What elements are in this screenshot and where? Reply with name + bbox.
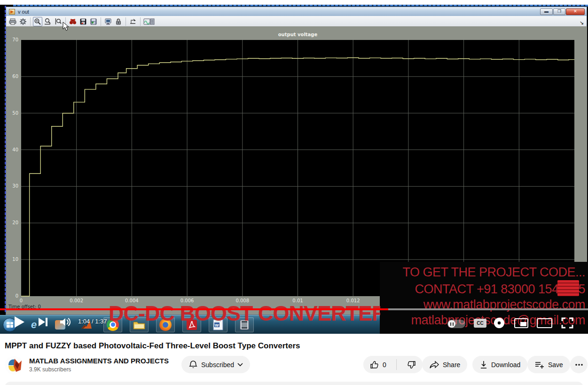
minimize-button[interactable]: ▬ <box>540 8 553 15</box>
download-icon <box>479 360 488 369</box>
video-player[interactable]: v out ▬ ❐ ✕ <box>0 5 588 334</box>
settings-gear-icon[interactable] <box>494 317 505 329</box>
zoom-x-axis-icon[interactable] <box>43 17 53 26</box>
x-axis-tick-label: 0 <box>10 298 32 303</box>
print-icon[interactable] <box>8 17 17 26</box>
scope-app-icon <box>9 9 15 15</box>
share-icon <box>429 360 439 369</box>
x-axis-tick-label: 0.002 <box>66 298 87 303</box>
channel-subscribers: 3.9K subscribers <box>29 366 71 373</box>
signal-selection-icon[interactable] <box>128 17 138 26</box>
scope-data-history-icon[interactable] <box>143 17 155 26</box>
scope-toolbar <box>6 16 587 27</box>
next-button[interactable] <box>38 317 49 327</box>
restore-axes-settings-icon[interactable] <box>89 17 98 26</box>
y-axis-tick-label: 30 <box>4 183 18 189</box>
zoom-icon[interactable] <box>33 17 42 26</box>
y-axis-tick-label: 60 <box>4 74 18 79</box>
window-title: v out <box>18 9 29 15</box>
save-playlist-icon <box>534 361 545 369</box>
video-title: MPPT and FUZZY based Photovoltaic-Fed Th… <box>5 341 522 351</box>
like-button[interactable]: 0 <box>363 356 393 373</box>
bell-icon <box>188 360 198 369</box>
restore-button[interactable]: ❐ <box>553 8 565 15</box>
y-axis-tick-label: 40 <box>4 147 18 152</box>
seek-progress <box>0 308 388 310</box>
dislike-button[interactable] <box>400 356 423 373</box>
watermark-line-1: TO GET THE PROJECT CODE... <box>380 265 585 280</box>
close-button[interactable]: ✕ <box>566 8 585 15</box>
output-voltage-trace <box>21 40 574 296</box>
y-axis-tick-label: 70 <box>4 37 18 42</box>
lock-axes-icon[interactable] <box>114 17 123 26</box>
channel-row: MATLAB ASSIGNMENTS AND PROJECTS 3.9K sub… <box>5 355 588 375</box>
subscribed-button[interactable]: Subscribed <box>181 356 250 373</box>
share-button[interactable]: Share <box>422 356 467 373</box>
ellipsis-icon <box>575 363 583 366</box>
like-count: 0 <box>383 361 386 369</box>
watermark-line-2: CONTACT +91 83000 1545 <box>380 280 585 297</box>
channel-avatar[interactable] <box>5 356 24 375</box>
watermark-line-3: www.matlabprojectscode.com <box>380 297 585 313</box>
like-dislike-pill: 0 <box>363 356 423 373</box>
y-axis-tick-label: 10 <box>4 257 18 262</box>
recording-marquee-left <box>5 6 6 312</box>
mouse-cursor <box>63 22 70 32</box>
volume-icon[interactable] <box>59 317 72 327</box>
recording-marquee-top <box>13 5 588 6</box>
autoplay-toggle[interactable] <box>447 320 465 328</box>
plot-title: output voltage <box>21 32 574 37</box>
save-button[interactable]: Save <box>527 356 570 373</box>
zoom-y-axis-icon[interactable] <box>54 17 63 26</box>
y-axis-tick-label: 20 <box>4 220 18 225</box>
play-button[interactable] <box>13 315 25 329</box>
toolbar-overflow-arrow-icon[interactable]: ↘ <box>580 20 584 26</box>
autoscale-binoculars-icon[interactable] <box>68 17 78 26</box>
description-box-top[interactable] <box>5 382 583 385</box>
red-stamp-overlay <box>557 280 579 296</box>
captions-button[interactable]: CC <box>474 319 486 328</box>
floating-scope-icon[interactable] <box>103 17 113 26</box>
page: v out ▬ ❐ ✕ <box>0 0 588 385</box>
chevron-down-icon <box>237 363 243 367</box>
thumbs-down-icon <box>407 360 416 369</box>
more-actions-button[interactable] <box>570 356 588 373</box>
player-controls: 1:04 / 1:37 CC <box>0 311 588 333</box>
y-axis-tick-label: 50 <box>4 110 18 116</box>
fullscreen-button[interactable] <box>561 317 573 329</box>
download-button[interactable]: Download <box>472 356 527 373</box>
save-axes-settings-icon[interactable] <box>78 17 88 26</box>
pill-divider <box>396 359 397 370</box>
channel-name[interactable]: MATLAB ASSIGNMENTS AND PROJECTS <box>29 357 169 365</box>
miniplayer-button[interactable] <box>514 318 528 328</box>
time-display: 1:04 / 1:37 <box>78 318 107 325</box>
scope-titlebar[interactable]: v out ▬ ❐ ✕ <box>6 7 587 16</box>
parameters-gear-icon[interactable] <box>18 17 28 26</box>
seek-bar[interactable] <box>0 308 588 310</box>
thumbs-up-icon <box>370 360 379 369</box>
plot-area <box>21 40 574 296</box>
theater-mode-button[interactable] <box>537 318 552 328</box>
